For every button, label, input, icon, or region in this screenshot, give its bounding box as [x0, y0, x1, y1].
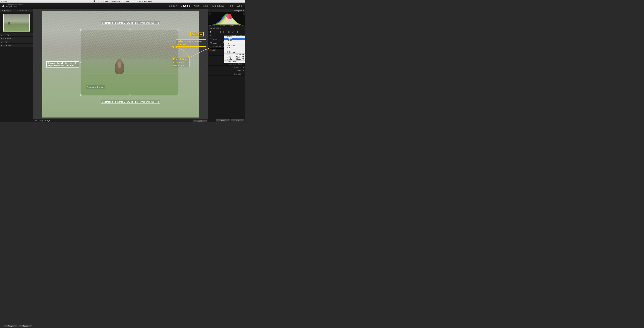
lightroom-logo: Lr	[2, 4, 4, 8]
svg-point-2	[214, 31, 216, 33]
module-map[interactable]: Map	[192, 5, 200, 7]
anno-crop-tool: Crop Tool	[190, 32, 204, 37]
crop-handle-tr[interactable]	[177, 29, 179, 31]
svg-rect-5	[224, 31, 225, 33]
done-button[interactable]: Done	[193, 119, 207, 122]
angle-label: Angle	[213, 42, 221, 44]
crop-controls: Aspect : 🔒 Angle 0.00 Constrain to Image…	[208, 37, 245, 49]
histogram-meta: ISO 1600200 mmƒ / 4.0¹⁄₃₂₀₀ sec	[208, 25, 245, 27]
panel-expand-right-icon[interactable]	[207, 64, 208, 67]
radial-filter-icon[interactable]	[227, 31, 230, 34]
module-develop[interactable]: Develop	[179, 5, 192, 7]
section-calibration[interactable]: Calibration◀	[208, 72, 245, 76]
module-book[interactable]: Book	[201, 5, 210, 7]
dd-16x9[interactable]: 16 x 91920 x 1080	[224, 56, 245, 58]
histogram-header[interactable]: Histogram ▼	[208, 9, 245, 12]
nav-fill[interactable]: FILL	[22, 10, 24, 12]
nav-1-1[interactable]: 1:1	[25, 10, 27, 12]
anno-left-preserve: Original pixels in this area will be pre…	[46, 61, 79, 68]
aspect-icon[interactable]	[210, 38, 212, 41]
crop-handle-tl[interactable]	[80, 29, 82, 31]
crop-tool-icon[interactable]	[210, 31, 212, 34]
catalog-icon	[94, 1, 95, 2]
nav-fit[interactable]: FIT	[19, 10, 21, 12]
clipping-shadows-icon[interactable]	[208, 13, 210, 15]
user-name: Shreyas Yadav	[6, 6, 24, 8]
dd-4x5[interactable]: 4 x 5 / 8 x 10	[224, 45, 245, 47]
chevron-down-icon[interactable]: ⌄	[30, 10, 32, 12]
svg-point-6	[228, 31, 230, 33]
histogram[interactable]	[208, 12, 245, 25]
module-print[interactable]: Print	[226, 5, 234, 7]
dd-4x3[interactable]: 4 x 31024 x 768	[224, 54, 245, 56]
crop-handle-br[interactable]	[177, 94, 179, 96]
tool-strip	[208, 30, 245, 34]
redeye-icon[interactable]	[218, 31, 221, 34]
mac-close-button[interactable]	[1, 1, 2, 2]
module-library[interactable]: Library	[167, 5, 178, 7]
dd-as-shot[interactable]: As Shot	[224, 36, 245, 38]
navigator-header[interactable]: ▼ Navigator FIT FILL 1:1 3:1 ⌄	[0, 9, 33, 13]
dd-enter-custom[interactable]: Enter Custom...	[224, 61, 245, 63]
aspect-dropdown: As Shot Original Custom 1 x 1 4 x 5 / 8 …	[224, 36, 245, 63]
right-panel: Histogram ▼ ISO 1600200 mmƒ / 4.0¹⁄₃₂₀₀ …	[208, 9, 245, 122]
panel-expand-left-icon[interactable]	[33, 64, 34, 67]
anno-rotate: For rotating crop area, use Angle	[172, 57, 190, 67]
crop-handle-bm[interactable]	[129, 94, 130, 96]
collections-section[interactable]: ▶Collections+	[0, 44, 33, 47]
nav-3-1[interactable]: 3:1	[28, 10, 30, 12]
canvas-toolbar: Tool Overlay : Always ⌄ Done	[33, 119, 208, 122]
spot-removal-icon[interactable]	[214, 31, 217, 34]
global-reset-button[interactable]: Reset	[231, 119, 244, 122]
mac-maximize-button[interactable]	[6, 1, 7, 2]
navigator-thumbnail[interactable]	[3, 14, 30, 32]
tool-overlay-value[interactable]: Always	[45, 120, 50, 122]
svg-line-12	[211, 43, 212, 43]
brush-icon[interactable]	[232, 31, 235, 34]
mac-minimize-button[interactable]	[3, 1, 4, 2]
anno-cropped: Cropped Image	[86, 85, 105, 89]
dd-85x11[interactable]: 8.5 x 11	[224, 47, 245, 49]
svg-line-8	[233, 31, 234, 32]
previous-button[interactable]: Previous	[216, 119, 230, 122]
aspect-label: Aspect :	[213, 39, 221, 40]
module-web[interactable]: Web	[235, 5, 244, 7]
anno-top-preserve: Original pixels in this area will be pre…	[101, 21, 160, 25]
module-picker: Library| Develop| Map| Book| Slideshow| …	[167, 5, 244, 7]
svg-point-4	[220, 32, 220, 32]
section-transform[interactable]: Transform◀	[208, 66, 245, 69]
history-section[interactable]: ▶History	[0, 40, 33, 44]
mac-titlebar: Lightroom Catalog.lrcat - Adobe Photosho…	[0, 0, 245, 3]
crop-handle-bl[interactable]	[80, 94, 82, 96]
original-photo-toggle[interactable]: Original Photo	[208, 27, 245, 30]
dd-5x7[interactable]: 5 x 7	[224, 49, 245, 51]
svg-rect-9	[210, 39, 212, 40]
dd-1x1[interactable]: 1 x 1	[224, 43, 245, 45]
crop-reset-button[interactable]: Reset	[210, 49, 216, 52]
window-title: Lightroom Catalog.lrcat - Adobe Photosho…	[96, 0, 152, 2]
crop-handle-ml[interactable]	[80, 62, 82, 63]
anno-aspect: Select Aspect ratio for the Crop	[176, 39, 206, 47]
dd-original[interactable]: Original	[224, 38, 245, 40]
angle-icon[interactable]	[210, 42, 212, 45]
app-header: Lr Adobe Lightroom Classic CC Shreyas Ya…	[0, 3, 245, 9]
tool-amount-slider[interactable]	[237, 32, 244, 32]
module-slideshow[interactable]: Slideshow	[211, 5, 226, 7]
dd-2x3[interactable]: 2 x 3 / 4 x 6	[224, 51, 245, 53]
section-effects[interactable]: Effects◀	[208, 69, 245, 72]
app-name: Adobe Lightroom Classic CC	[6, 4, 24, 6]
dd-custom[interactable]: Custom	[224, 40, 245, 42]
crop-handle-tm[interactable]	[129, 29, 130, 31]
svg-point-7	[232, 32, 233, 33]
dd-16x10[interactable]: 16 x 101280 x 800	[224, 58, 245, 60]
clipping-highlights-icon[interactable]	[243, 13, 245, 15]
snapshots-section[interactable]: ▶Snapshots+	[0, 37, 33, 40]
graduated-filter-icon[interactable]	[223, 31, 226, 34]
left-panel: ▼ Navigator FIT FILL 1:1 3:1 ⌄ ▶Presets+…	[0, 9, 33, 122]
presets-section[interactable]: ▶Presets+	[0, 33, 33, 37]
anno-bottom-preserve: Original pixels in this area will be pre…	[101, 100, 160, 104]
